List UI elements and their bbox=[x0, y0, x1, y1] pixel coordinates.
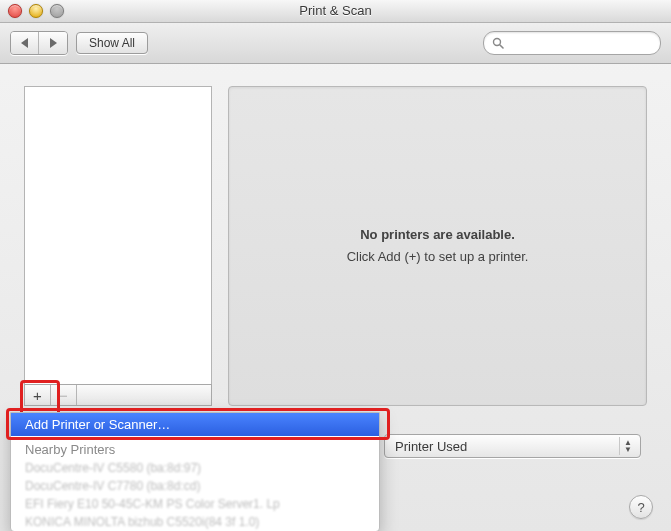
zoom-window-button[interactable] bbox=[50, 4, 64, 18]
minimize-window-button[interactable] bbox=[29, 4, 43, 18]
chevron-right-icon bbox=[50, 38, 57, 48]
default-printer-popup[interactable]: Printer Used ▲▼ bbox=[384, 434, 641, 458]
printer-list[interactable] bbox=[24, 86, 212, 385]
chevron-left-icon bbox=[21, 38, 28, 48]
window-controls bbox=[8, 4, 64, 18]
show-all-button[interactable]: Show All bbox=[76, 32, 148, 54]
menu-section-nearby-printers: Nearby Printers bbox=[11, 436, 379, 459]
titlebar: Print & Scan bbox=[0, 0, 671, 23]
menu-item-nearby-printer[interactable]: DocuCentre-IV C5580 (ba:8d:97) bbox=[11, 459, 379, 477]
remove-printer-button[interactable]: − bbox=[51, 385, 77, 405]
add-printer-button[interactable]: + bbox=[25, 385, 51, 405]
updown-arrows-icon: ▲▼ bbox=[619, 437, 636, 455]
help-button[interactable]: ? bbox=[629, 495, 653, 519]
menu-item-nearby-printer[interactable]: EFI Fiery E10 50-45C-KM PS Color Server1… bbox=[11, 495, 379, 513]
svg-line-1 bbox=[500, 45, 503, 48]
default-printer-value: Printer Used bbox=[395, 439, 467, 454]
search-icon bbox=[492, 37, 504, 49]
preferences-window: Print & Scan Show All + − No printers ar… bbox=[0, 0, 671, 531]
search-input[interactable] bbox=[509, 35, 652, 51]
forward-button[interactable] bbox=[39, 32, 67, 54]
menu-item-nearby-printer[interactable]: KONICA MINOLTA bizhub C5520i(84 3f 1.0) bbox=[11, 513, 379, 531]
search-field[interactable] bbox=[483, 31, 661, 55]
toolbar: Show All bbox=[0, 23, 671, 64]
menu-item-add-printer-or-scanner[interactable]: Add Printer or Scanner… bbox=[11, 413, 379, 436]
printer-detail-pane: No printers are available. Click Add (+)… bbox=[228, 86, 647, 406]
content-area: + − No printers are available. Click Add… bbox=[0, 64, 671, 531]
back-button[interactable] bbox=[11, 32, 39, 54]
no-printers-text: No printers are available. bbox=[360, 227, 515, 242]
help-icon: ? bbox=[637, 500, 644, 515]
add-instruction-text: Click Add (+) to set up a printer. bbox=[347, 246, 529, 268]
nav-segmented-control bbox=[10, 31, 68, 55]
menu-item-nearby-printer[interactable]: DocuCentre-IV C7780 (ba:8d:cd) bbox=[11, 477, 379, 495]
add-printer-menu: Add Printer or Scanner… Nearby Printers … bbox=[10, 412, 380, 531]
close-window-button[interactable] bbox=[8, 4, 22, 18]
window-title: Print & Scan bbox=[0, 0, 671, 22]
printer-list-footer: + − bbox=[24, 384, 212, 406]
default-printer-row: Printer Used ▲▼ bbox=[380, 434, 641, 458]
